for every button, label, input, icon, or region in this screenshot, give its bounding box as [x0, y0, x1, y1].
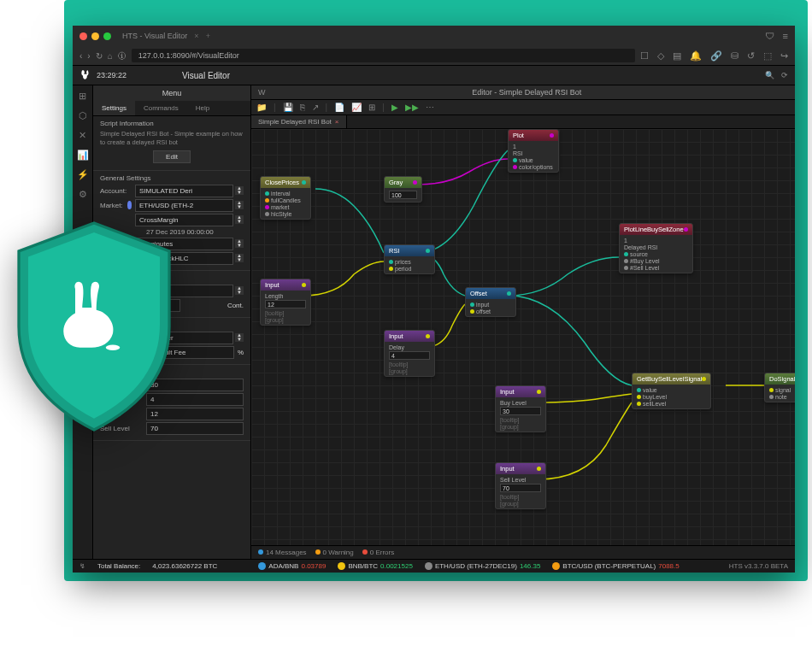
stack-icon[interactable]: ▤ — [673, 50, 681, 62]
node-input-delay[interactable]: Input Delay 4 [tooltip] [group] — [384, 330, 435, 377]
browser-tab[interactable]: HTS - Visual Editor — [122, 32, 187, 40]
rail-bots-icon[interactable]: ⬡ — [79, 110, 87, 121]
tag-icon[interactable]: ◇ — [657, 50, 664, 62]
node-offset[interactable]: Offset input offset — [465, 287, 516, 317]
home-icon[interactable]: ⌂ — [108, 51, 113, 61]
general-settings-heading: General Settings — [100, 174, 244, 182]
ticker-bar: ↯ Total Balance: 4,023.63626722 BTC ADA/… — [73, 559, 795, 573]
copy-icon[interactable]: ⎘ — [300, 103, 305, 112]
rabbit-logo-icon — [79, 69, 91, 81]
tab-commands[interactable]: Commands — [135, 101, 187, 115]
node-plotline[interactable]: PlotLineBuySellZone 1 Delayed RSI source… — [619, 223, 693, 273]
market-label: Market: — [100, 202, 124, 209]
shield-icon[interactable]: 🛡 — [765, 31, 774, 41]
rail-dashboard-icon[interactable]: ⊞ — [79, 91, 86, 102]
tab-settings[interactable]: Settings — [93, 101, 135, 115]
inbox-icon[interactable]: ⬚ — [763, 50, 772, 62]
minimize-window-icon[interactable] — [91, 32, 99, 40]
ticker-item[interactable]: ETH/USD (ETH-27DEC19) 146.35 — [425, 562, 540, 570]
editor-w-icon: W — [258, 88, 266, 97]
node-closeprices[interactable]: ClosePrices interval fullCandles market … — [260, 176, 311, 220]
clock: 23:29:22 — [97, 71, 127, 79]
script-info-heading: Script Information — [100, 120, 244, 127]
file-tab[interactable]: Simple Delayed RSI Bot × — [251, 115, 347, 128]
search-icon[interactable]: 🔍 — [765, 71, 774, 79]
editor-title: Editor - Simple Delayed RSI Bot — [266, 88, 789, 97]
coin-icon — [127, 201, 132, 209]
node-gray[interactable]: Gray 100 — [384, 176, 422, 203]
node-input-sell[interactable]: Input Sell Level 70 [tooltip] [group] — [495, 462, 546, 509]
new-tab-icon[interactable]: + — [206, 32, 210, 40]
chart-icon[interactable]: 📈 — [351, 103, 362, 112]
fast-forward-icon[interactable]: ▶▶ — [405, 103, 419, 112]
pct-label: % — [238, 349, 244, 356]
node-plot[interactable]: Plot 1 RSI value color/options — [508, 129, 559, 173]
errors-count[interactable]: 0 Errors — [370, 549, 394, 556]
refresh-icon[interactable]: ⟳ — [781, 71, 788, 79]
down-icon[interactable]: ▼ — [235, 191, 244, 195]
balance-label: Total Balance: — [97, 562, 140, 570]
close-tab-icon[interactable]: × — [194, 32, 198, 40]
grid-icon[interactable]: ⊞ — [368, 103, 375, 112]
cont-label: Cont. — [184, 302, 244, 309]
shield-badge — [0, 214, 188, 436]
account-select[interactable] — [135, 185, 233, 197]
more-icon[interactable]: ⋯ — [426, 103, 434, 112]
rail-editor-icon[interactable]: ⚡ — [77, 169, 89, 180]
edit-button[interactable]: Edit — [153, 150, 191, 163]
reload-icon[interactable]: ↻ — [96, 51, 103, 61]
file-icon[interactable]: 📄 — [334, 103, 344, 112]
window-titlebar: HTS - Visual Editor × + 🛡 ≡ — [73, 26, 795, 46]
ticker-item[interactable]: BNB/BTC 0.0021525 — [338, 562, 413, 570]
maximize-window-icon[interactable] — [103, 32, 111, 40]
sidebar-menu-label: Menu — [93, 85, 250, 101]
editor-status-bar: 14 Messages 0 Warning 0 Errors — [251, 545, 795, 559]
lock-icon: 🛈 — [118, 51, 127, 61]
close-file-icon[interactable]: × — [335, 118, 339, 126]
version-label: HTS v3.3.7.0 BETA — [729, 562, 788, 570]
balance-value: 4,023.63626722 BTC — [152, 562, 217, 570]
back-icon[interactable]: ‹ — [79, 51, 82, 61]
node-rsi[interactable]: RSI prices period — [384, 244, 435, 274]
bell-icon[interactable]: 🔔 — [690, 50, 702, 62]
script-description: Simple Delayed RSI Bot - Simple example … — [100, 130, 244, 147]
browser-nav-bar: ‹ › ↻ ⌂ 🛈 127.0.0.1:8090/#/VisualEditor … — [73, 46, 795, 66]
menu-icon[interactable]: ≡ — [783, 31, 788, 41]
attach-icon[interactable]: 🔗 — [710, 50, 722, 62]
node-dosignal[interactable]: DoSignal signal note — [764, 373, 795, 402]
rail-settings-icon[interactable]: ⚙ — [79, 189, 87, 200]
ticker-item[interactable]: ADA/BNB 0.03789 — [258, 562, 326, 570]
bookmark-icon[interactable]: ☐ — [640, 50, 649, 62]
file-tab-label: Simple Delayed RSI Bot — [258, 118, 332, 126]
messages-count[interactable]: 14 Messages — [266, 549, 307, 556]
ticker-item[interactable]: BTC/USD (BTC-PERPETUAL) 7088.5 — [552, 562, 679, 570]
url-input[interactable]: 127.0.0.1:8090/#/VisualEditor — [132, 49, 635, 62]
close-window-icon[interactable] — [79, 32, 87, 40]
open-icon[interactable]: ↗ — [312, 103, 319, 112]
market-select[interactable] — [135, 199, 233, 212]
node-getbuysell[interactable]: GetBuySellLevelSignal value buyLevel sel… — [632, 373, 711, 409]
app-titlebar: 23:29:22 Visual Editor 🔍 ⟳ — [73, 66, 795, 85]
save-icon[interactable]: 💾 — [283, 103, 293, 112]
account-label: Account: — [100, 187, 132, 195]
play-icon[interactable]: ▶ — [391, 103, 398, 112]
history-icon[interactable]: ↺ — [747, 50, 755, 62]
editor-toolbar: 📁 | 💾 ⎘ ↗ | 📄 📈 ⊞ | ▶ ▶▶ ⋯ — [251, 100, 795, 115]
db-icon[interactable]: ⛁ — [731, 50, 738, 62]
node-input-buy[interactable]: Input Buy Level 30 [tooltip] [group] — [495, 385, 546, 432]
node-canvas[interactable]: ClosePrices interval fullCandles market … — [251, 129, 795, 545]
svg-point-0 — [106, 344, 121, 350]
page-title: Visual Editor — [182, 71, 230, 80]
tab-help[interactable]: Help — [187, 101, 218, 115]
rail-chart-icon[interactable]: 📊 — [77, 150, 89, 161]
warning-count[interactable]: 0 Warning — [323, 549, 354, 556]
node-input-length[interactable]: Input Length 12 [tooltip] [group] — [260, 279, 311, 326]
exit-icon[interactable]: ↪ — [780, 50, 788, 62]
rail-tools-icon[interactable]: ✕ — [79, 130, 86, 141]
folder-icon[interactable]: 📁 — [256, 103, 267, 112]
balance-icon: ↯ — [79, 562, 85, 570]
forward-icon[interactable]: › — [87, 51, 90, 61]
